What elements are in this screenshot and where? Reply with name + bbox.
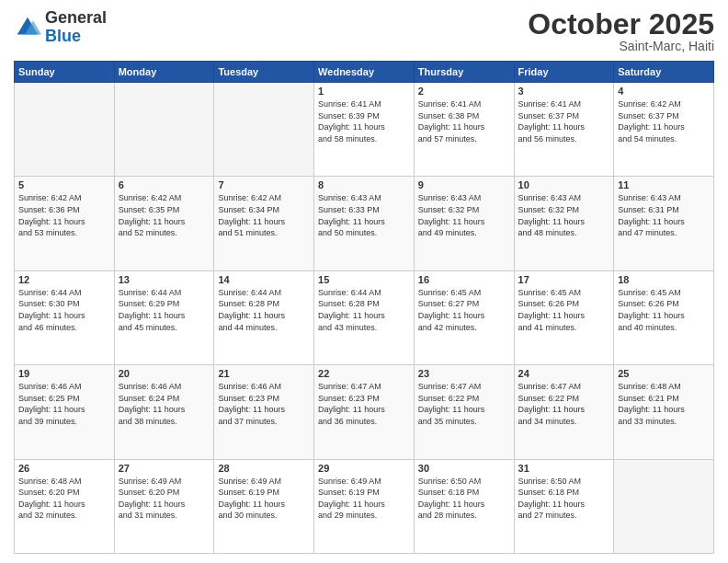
cell-content: Sunrise: 6:44 AMSunset: 6:29 PMDaylight:… <box>119 287 210 333</box>
table-row: 13Sunrise: 6:44 AMSunset: 6:29 PMDayligh… <box>114 270 214 364</box>
cell-content: Sunrise: 6:44 AMSunset: 6:28 PMDaylight:… <box>218 287 310 333</box>
cell-content: Sunrise: 6:45 AMSunset: 6:26 PMDaylight:… <box>618 287 710 333</box>
cell-content: Sunrise: 6:49 AMSunset: 6:20 PMDaylight:… <box>119 476 210 522</box>
table-row: 19Sunrise: 6:46 AMSunset: 6:25 PMDayligh… <box>15 365 115 459</box>
cell-content: Sunrise: 6:42 AMSunset: 6:37 PMDaylight:… <box>618 98 710 144</box>
day-number: 17 <box>518 274 610 285</box>
day-number: 20 <box>119 368 210 379</box>
table-row: 2Sunrise: 6:41 AMSunset: 6:38 PMDaylight… <box>414 83 514 177</box>
day-number: 23 <box>418 368 510 379</box>
day-number: 18 <box>618 274 710 285</box>
cell-content: Sunrise: 6:43 AMSunset: 6:32 PMDaylight:… <box>518 192 610 238</box>
col-tuesday: Tuesday <box>214 62 314 83</box>
table-row: 23Sunrise: 6:47 AMSunset: 6:22 PMDayligh… <box>414 365 514 459</box>
table-row: 24Sunrise: 6:47 AMSunset: 6:22 PMDayligh… <box>514 365 614 459</box>
table-row: 3Sunrise: 6:41 AMSunset: 6:37 PMDaylight… <box>514 83 614 177</box>
logo: General Blue <box>14 9 107 46</box>
page: General Blue October 2025 Saint-Marc, Ha… <box>0 0 728 563</box>
title-block: October 2025 Saint-Marc, Haiti <box>528 9 714 53</box>
day-number: 11 <box>618 179 710 190</box>
logo-blue: Blue <box>45 27 81 45</box>
cell-content: Sunrise: 6:45 AMSunset: 6:26 PMDaylight:… <box>518 287 610 333</box>
table-row: 25Sunrise: 6:48 AMSunset: 6:21 PMDayligh… <box>614 365 714 459</box>
table-row: 18Sunrise: 6:45 AMSunset: 6:26 PMDayligh… <box>614 270 714 364</box>
cell-content: Sunrise: 6:48 AMSunset: 6:21 PMDaylight:… <box>618 381 710 427</box>
day-number: 4 <box>618 86 710 97</box>
day-number: 6 <box>119 179 210 190</box>
table-row: 5Sunrise: 6:42 AMSunset: 6:36 PMDaylight… <box>15 177 115 270</box>
cell-content: Sunrise: 6:43 AMSunset: 6:32 PMDaylight:… <box>418 192 510 238</box>
day-number: 5 <box>18 179 110 190</box>
cell-content: Sunrise: 6:42 AMSunset: 6:34 PMDaylight:… <box>218 192 310 238</box>
cell-content: Sunrise: 6:44 AMSunset: 6:28 PMDaylight:… <box>318 287 410 333</box>
day-number: 8 <box>318 179 410 190</box>
logo-general: General <box>45 8 107 27</box>
table-row: 4Sunrise: 6:42 AMSunset: 6:37 PMDaylight… <box>614 83 714 177</box>
location: Saint-Marc, Haiti <box>528 39 714 53</box>
table-row: 14Sunrise: 6:44 AMSunset: 6:28 PMDayligh… <box>214 270 314 364</box>
cell-content: Sunrise: 6:48 AMSunset: 6:20 PMDaylight:… <box>18 476 110 522</box>
day-number: 15 <box>318 274 410 285</box>
day-number: 27 <box>119 463 210 474</box>
cell-content: Sunrise: 6:43 AMSunset: 6:33 PMDaylight:… <box>318 192 410 238</box>
day-number: 25 <box>618 368 710 379</box>
table-row: 11Sunrise: 6:43 AMSunset: 6:31 PMDayligh… <box>614 177 714 270</box>
col-thursday: Thursday <box>414 62 514 83</box>
month-title: October 2025 <box>528 9 714 39</box>
col-friday: Friday <box>514 62 614 83</box>
table-row: 20Sunrise: 6:46 AMSunset: 6:24 PMDayligh… <box>114 365 214 459</box>
table-row <box>15 83 115 177</box>
table-row: 12Sunrise: 6:44 AMSunset: 6:30 PMDayligh… <box>15 270 115 364</box>
cell-content: Sunrise: 6:47 AMSunset: 6:23 PMDaylight:… <box>318 381 410 427</box>
table-row: 22Sunrise: 6:47 AMSunset: 6:23 PMDayligh… <box>314 365 415 459</box>
day-number: 14 <box>218 274 310 285</box>
table-row: 15Sunrise: 6:44 AMSunset: 6:28 PMDayligh… <box>314 270 415 364</box>
table-row <box>114 83 214 177</box>
day-number: 21 <box>218 368 310 379</box>
calendar-week-row: 19Sunrise: 6:46 AMSunset: 6:25 PMDayligh… <box>15 365 714 459</box>
col-wednesday: Wednesday <box>314 62 415 83</box>
day-number: 28 <box>218 463 310 474</box>
table-row: 16Sunrise: 6:45 AMSunset: 6:27 PMDayligh… <box>414 270 514 364</box>
cell-content: Sunrise: 6:50 AMSunset: 6:18 PMDaylight:… <box>518 476 610 522</box>
day-number: 26 <box>18 463 110 474</box>
col-sunday: Sunday <box>15 62 115 83</box>
cell-content: Sunrise: 6:41 AMSunset: 6:38 PMDaylight:… <box>418 98 510 144</box>
day-number: 19 <box>18 368 110 379</box>
calendar-week-row: 1Sunrise: 6:41 AMSunset: 6:39 PMDaylight… <box>15 83 714 177</box>
day-number: 29 <box>318 463 410 474</box>
cell-content: Sunrise: 6:49 AMSunset: 6:19 PMDaylight:… <box>318 476 410 522</box>
table-row: 27Sunrise: 6:49 AMSunset: 6:20 PMDayligh… <box>114 459 214 553</box>
day-number: 13 <box>119 274 210 285</box>
calendar-week-row: 26Sunrise: 6:48 AMSunset: 6:20 PMDayligh… <box>15 459 714 553</box>
calendar: Sunday Monday Tuesday Wednesday Thursday… <box>14 61 714 554</box>
table-row: 28Sunrise: 6:49 AMSunset: 6:19 PMDayligh… <box>214 459 314 553</box>
table-row: 1Sunrise: 6:41 AMSunset: 6:39 PMDaylight… <box>314 83 415 177</box>
cell-content: Sunrise: 6:47 AMSunset: 6:22 PMDaylight:… <box>518 381 610 427</box>
table-row: 31Sunrise: 6:50 AMSunset: 6:18 PMDayligh… <box>514 459 614 553</box>
cell-content: Sunrise: 6:42 AMSunset: 6:35 PMDaylight:… <box>119 192 210 238</box>
day-number: 1 <box>318 86 410 97</box>
cell-content: Sunrise: 6:46 AMSunset: 6:25 PMDaylight:… <box>18 381 110 427</box>
table-row: 6Sunrise: 6:42 AMSunset: 6:35 PMDaylight… <box>114 177 214 270</box>
table-row: 17Sunrise: 6:45 AMSunset: 6:26 PMDayligh… <box>514 270 614 364</box>
cell-content: Sunrise: 6:47 AMSunset: 6:22 PMDaylight:… <box>418 381 510 427</box>
table-row <box>614 459 714 553</box>
day-number: 10 <box>518 179 610 190</box>
table-row: 10Sunrise: 6:43 AMSunset: 6:32 PMDayligh… <box>514 177 614 270</box>
cell-content: Sunrise: 6:42 AMSunset: 6:36 PMDaylight:… <box>18 192 110 238</box>
day-number: 2 <box>418 86 510 97</box>
calendar-header-row: Sunday Monday Tuesday Wednesday Thursday… <box>15 62 714 83</box>
cell-content: Sunrise: 6:50 AMSunset: 6:18 PMDaylight:… <box>418 476 510 522</box>
day-number: 22 <box>318 368 410 379</box>
day-number: 31 <box>518 463 610 474</box>
day-number: 12 <box>18 274 110 285</box>
cell-content: Sunrise: 6:49 AMSunset: 6:19 PMDaylight:… <box>218 476 310 522</box>
cell-content: Sunrise: 6:44 AMSunset: 6:30 PMDaylight:… <box>18 287 110 333</box>
cell-content: Sunrise: 6:41 AMSunset: 6:37 PMDaylight:… <box>518 98 610 144</box>
cell-content: Sunrise: 6:46 AMSunset: 6:23 PMDaylight:… <box>218 381 310 427</box>
day-number: 9 <box>418 179 510 190</box>
table-row: 29Sunrise: 6:49 AMSunset: 6:19 PMDayligh… <box>314 459 415 553</box>
col-saturday: Saturday <box>614 62 714 83</box>
cell-content: Sunrise: 6:45 AMSunset: 6:27 PMDaylight:… <box>418 287 510 333</box>
